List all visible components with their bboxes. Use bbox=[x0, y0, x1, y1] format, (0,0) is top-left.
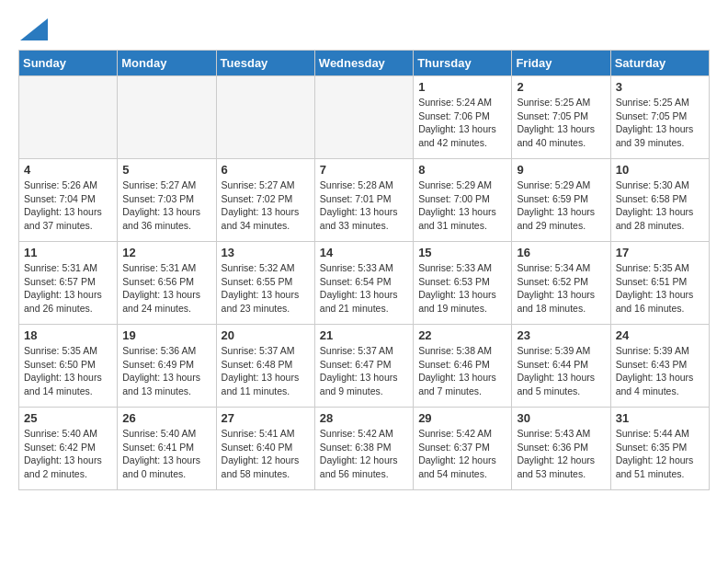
day-number: 17 bbox=[616, 246, 704, 259]
day-number: 15 bbox=[418, 246, 506, 259]
day-number: 5 bbox=[122, 163, 210, 177]
calendar-cell: 5Sunrise: 5:27 AM Sunset: 7:03 PM Daylig… bbox=[118, 159, 216, 242]
day-info: Sunrise: 5:30 AM Sunset: 6:58 PM Dayligh… bbox=[616, 178, 704, 233]
calendar-cell: 19Sunrise: 5:36 AM Sunset: 6:49 PM Dayli… bbox=[118, 325, 216, 408]
day-number: 16 bbox=[517, 246, 605, 259]
day-number: 14 bbox=[320, 246, 408, 259]
day-info: Sunrise: 5:44 AM Sunset: 6:35 PM Dayligh… bbox=[616, 427, 704, 481]
day-number: 3 bbox=[616, 80, 704, 94]
calendar-cell: 3Sunrise: 5:25 AM Sunset: 7:05 PM Daylig… bbox=[610, 76, 709, 159]
calendar-cell bbox=[118, 76, 216, 159]
day-info: Sunrise: 5:40 AM Sunset: 6:41 PM Dayligh… bbox=[122, 427, 210, 481]
day-number: 25 bbox=[24, 411, 112, 425]
calendar-cell: 22Sunrise: 5:38 AM Sunset: 6:46 PM Dayli… bbox=[414, 325, 512, 408]
day-info: Sunrise: 5:29 AM Sunset: 6:59 PM Dayligh… bbox=[517, 178, 605, 233]
calendar-cell: 27Sunrise: 5:41 AM Sunset: 6:40 PM Dayli… bbox=[216, 408, 314, 490]
column-header-wednesday: Wednesday bbox=[314, 51, 413, 76]
day-info: Sunrise: 5:27 AM Sunset: 7:02 PM Dayligh… bbox=[222, 178, 310, 233]
day-number: 20 bbox=[222, 328, 310, 342]
calendar-week-row: 1Sunrise: 5:24 AM Sunset: 7:06 PM Daylig… bbox=[19, 76, 710, 159]
day-info: Sunrise: 5:36 AM Sunset: 6:49 PM Dayligh… bbox=[122, 344, 210, 398]
day-number: 7 bbox=[320, 163, 408, 177]
calendar-cell: 26Sunrise: 5:40 AM Sunset: 6:41 PM Dayli… bbox=[118, 408, 216, 490]
calendar-cell: 15Sunrise: 5:33 AM Sunset: 6:53 PM Dayli… bbox=[414, 242, 512, 325]
day-number: 21 bbox=[320, 328, 408, 342]
svg-marker-0 bbox=[20, 18, 48, 40]
calendar-cell: 12Sunrise: 5:31 AM Sunset: 6:56 PM Dayli… bbox=[118, 242, 216, 325]
day-info: Sunrise: 5:42 AM Sunset: 6:38 PM Dayligh… bbox=[320, 427, 408, 481]
column-header-monday: Monday bbox=[118, 51, 216, 76]
calendar-cell: 21Sunrise: 5:37 AM Sunset: 6:47 PM Dayli… bbox=[314, 325, 413, 408]
calendar-week-row: 11Sunrise: 5:31 AM Sunset: 6:57 PM Dayli… bbox=[19, 242, 710, 325]
day-number: 9 bbox=[517, 163, 605, 177]
day-number: 11 bbox=[24, 246, 112, 259]
day-info: Sunrise: 5:35 AM Sunset: 6:51 PM Dayligh… bbox=[616, 261, 704, 316]
column-header-sunday: Sunday bbox=[19, 51, 118, 76]
calendar-cell: 8Sunrise: 5:29 AM Sunset: 7:00 PM Daylig… bbox=[414, 159, 512, 242]
day-number: 29 bbox=[418, 411, 506, 425]
calendar-cell: 30Sunrise: 5:43 AM Sunset: 6:36 PM Dayli… bbox=[512, 408, 610, 490]
day-number: 27 bbox=[222, 411, 310, 425]
calendar-cell: 29Sunrise: 5:42 AM Sunset: 6:37 PM Dayli… bbox=[414, 408, 512, 490]
page-header bbox=[18, 18, 710, 40]
calendar-week-row: 18Sunrise: 5:35 AM Sunset: 6:50 PM Dayli… bbox=[19, 325, 710, 408]
day-number: 22 bbox=[418, 328, 506, 342]
calendar-cell: 18Sunrise: 5:35 AM Sunset: 6:50 PM Dayli… bbox=[19, 325, 118, 408]
day-info: Sunrise: 5:28 AM Sunset: 7:01 PM Dayligh… bbox=[320, 178, 408, 233]
day-number: 18 bbox=[24, 328, 112, 342]
day-info: Sunrise: 5:25 AM Sunset: 7:05 PM Dayligh… bbox=[616, 96, 704, 150]
calendar-cell: 28Sunrise: 5:42 AM Sunset: 6:38 PM Dayli… bbox=[314, 408, 413, 490]
day-info: Sunrise: 5:31 AM Sunset: 6:56 PM Dayligh… bbox=[122, 261, 210, 316]
day-number: 4 bbox=[24, 163, 112, 177]
day-info: Sunrise: 5:25 AM Sunset: 7:05 PM Dayligh… bbox=[517, 96, 605, 150]
day-info: Sunrise: 5:29 AM Sunset: 7:00 PM Dayligh… bbox=[418, 178, 506, 233]
day-info: Sunrise: 5:24 AM Sunset: 7:06 PM Dayligh… bbox=[418, 96, 506, 150]
logo bbox=[18, 18, 48, 40]
day-info: Sunrise: 5:39 AM Sunset: 6:44 PM Dayligh… bbox=[517, 344, 605, 398]
calendar-cell: 23Sunrise: 5:39 AM Sunset: 6:44 PM Dayli… bbox=[512, 325, 610, 408]
calendar-cell: 1Sunrise: 5:24 AM Sunset: 7:06 PM Daylig… bbox=[414, 76, 512, 159]
column-header-tuesday: Tuesday bbox=[216, 51, 314, 76]
day-number: 8 bbox=[418, 163, 506, 177]
day-info: Sunrise: 5:27 AM Sunset: 7:03 PM Dayligh… bbox=[122, 178, 210, 233]
calendar-cell: 16Sunrise: 5:34 AM Sunset: 6:52 PM Dayli… bbox=[512, 242, 610, 325]
calendar-cell: 11Sunrise: 5:31 AM Sunset: 6:57 PM Dayli… bbox=[19, 242, 118, 325]
day-info: Sunrise: 5:38 AM Sunset: 6:46 PM Dayligh… bbox=[418, 344, 506, 398]
day-info: Sunrise: 5:42 AM Sunset: 6:37 PM Dayligh… bbox=[418, 427, 506, 481]
column-header-saturday: Saturday bbox=[610, 51, 709, 76]
day-info: Sunrise: 5:32 AM Sunset: 6:55 PM Dayligh… bbox=[222, 261, 310, 316]
day-number: 24 bbox=[616, 328, 704, 342]
day-number: 23 bbox=[517, 328, 605, 342]
day-number: 2 bbox=[517, 80, 605, 94]
calendar-cell: 14Sunrise: 5:33 AM Sunset: 6:54 PM Dayli… bbox=[314, 242, 413, 325]
calendar-cell: 31Sunrise: 5:44 AM Sunset: 6:35 PM Dayli… bbox=[610, 408, 709, 490]
calendar-cell: 9Sunrise: 5:29 AM Sunset: 6:59 PM Daylig… bbox=[512, 159, 610, 242]
calendar-cell bbox=[19, 76, 118, 159]
day-info: Sunrise: 5:41 AM Sunset: 6:40 PM Dayligh… bbox=[222, 427, 310, 481]
calendar-cell: 20Sunrise: 5:37 AM Sunset: 6:48 PM Dayli… bbox=[216, 325, 314, 408]
calendar-week-row: 25Sunrise: 5:40 AM Sunset: 6:42 PM Dayli… bbox=[19, 408, 710, 490]
day-number: 6 bbox=[222, 163, 310, 177]
calendar-header-row: SundayMondayTuesdayWednesdayThursdayFrid… bbox=[19, 51, 710, 76]
day-number: 30 bbox=[517, 411, 605, 425]
calendar-cell: 6Sunrise: 5:27 AM Sunset: 7:02 PM Daylig… bbox=[216, 159, 314, 242]
column-header-friday: Friday bbox=[512, 51, 610, 76]
calendar-cell: 24Sunrise: 5:39 AM Sunset: 6:43 PM Dayli… bbox=[610, 325, 709, 408]
day-info: Sunrise: 5:39 AM Sunset: 6:43 PM Dayligh… bbox=[616, 344, 704, 398]
day-number: 26 bbox=[122, 411, 210, 425]
calendar-week-row: 4Sunrise: 5:26 AM Sunset: 7:04 PM Daylig… bbox=[19, 159, 710, 242]
column-header-thursday: Thursday bbox=[414, 51, 512, 76]
day-info: Sunrise: 5:34 AM Sunset: 6:52 PM Dayligh… bbox=[517, 261, 605, 316]
calendar-cell: 2Sunrise: 5:25 AM Sunset: 7:05 PM Daylig… bbox=[512, 76, 610, 159]
day-number: 12 bbox=[122, 246, 210, 259]
calendar-table: SundayMondayTuesdayWednesdayThursdayFrid… bbox=[18, 50, 710, 490]
day-info: Sunrise: 5:33 AM Sunset: 6:53 PM Dayligh… bbox=[418, 261, 506, 316]
logo-icon bbox=[20, 18, 48, 40]
calendar-cell: 13Sunrise: 5:32 AM Sunset: 6:55 PM Dayli… bbox=[216, 242, 314, 325]
day-info: Sunrise: 5:31 AM Sunset: 6:57 PM Dayligh… bbox=[24, 261, 112, 316]
day-info: Sunrise: 5:43 AM Sunset: 6:36 PM Dayligh… bbox=[517, 427, 605, 481]
day-number: 19 bbox=[122, 328, 210, 342]
day-info: Sunrise: 5:40 AM Sunset: 6:42 PM Dayligh… bbox=[24, 427, 112, 481]
day-number: 13 bbox=[222, 246, 310, 259]
day-info: Sunrise: 5:35 AM Sunset: 6:50 PM Dayligh… bbox=[24, 344, 112, 398]
